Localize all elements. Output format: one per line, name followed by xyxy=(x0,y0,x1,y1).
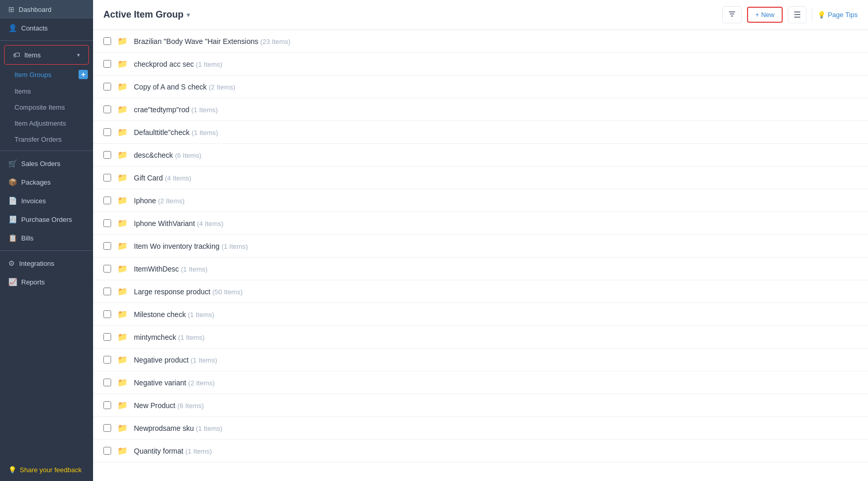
item-name[interactable]: Copy of A and S check (2 Items) xyxy=(134,83,235,91)
item-count: (1 Items) xyxy=(192,129,218,137)
sidebar-item-invoices[interactable]: 📄 Invoices xyxy=(0,191,93,210)
item-count: (50 Items) xyxy=(212,288,243,296)
item-name[interactable]: desc&check (6 Items) xyxy=(134,151,202,159)
sidebar-item-integrations[interactable]: ⚙ Integrations xyxy=(0,254,93,273)
item-checkbox[interactable] xyxy=(103,219,111,227)
item-count: (1 Items) xyxy=(191,356,217,364)
sidebar-item-purchase-orders[interactable]: 🧾 Purchase Orders xyxy=(0,210,93,229)
list-item[interactable]: 📁 Item Wo inventory tracking (1 Items) xyxy=(93,235,868,258)
item-checkbox[interactable] xyxy=(103,242,111,250)
feedback-button[interactable]: 💡 Share your feedback xyxy=(0,459,93,481)
item-name[interactable]: Newprodsame sku (1 Items) xyxy=(134,424,222,432)
item-name[interactable]: New Product (6 Items) xyxy=(134,401,204,410)
list-item[interactable]: 📁 Negative product (1 Items) xyxy=(93,349,868,371)
folder-icon: 📁 xyxy=(117,378,128,387)
item-name[interactable]: Milestone check (1 Items) xyxy=(134,310,215,319)
item-name[interactable]: Negative variant (2 Items) xyxy=(134,379,215,387)
invoices-icon: 📄 xyxy=(8,197,17,205)
item-name[interactable]: ItemWithDesc (1 Items) xyxy=(134,265,207,273)
sidebar-item-sales-orders[interactable]: 🛒 Sales Orders xyxy=(0,154,93,173)
item-checkbox[interactable] xyxy=(103,356,111,364)
item-checkbox[interactable] xyxy=(103,106,111,113)
folder-icon: 📁 xyxy=(117,150,128,160)
add-item-group-button[interactable]: + xyxy=(79,70,88,79)
folder-icon: 📁 xyxy=(117,287,128,296)
list-item[interactable]: 📁 Newprodsame sku (1 Items) xyxy=(93,417,868,440)
items-chevron-icon: ▾ xyxy=(77,52,80,58)
item-checkbox[interactable] xyxy=(103,197,111,204)
item-name[interactable]: Defaulttitle"check (1 Items) xyxy=(134,128,218,137)
folder-icon: 📁 xyxy=(117,400,128,410)
item-checkbox[interactable] xyxy=(103,310,111,318)
list-item[interactable]: 📁 Large response product (50 Items) xyxy=(93,280,868,303)
folder-icon: 📁 xyxy=(117,59,128,69)
item-count: (1 Items) xyxy=(186,447,212,455)
item-name[interactable]: Negative product (1 Items) xyxy=(134,356,217,364)
item-checkbox[interactable] xyxy=(103,128,111,136)
list-item[interactable]: 📁 Iphone (2 Items) xyxy=(93,189,868,212)
item-checkbox[interactable] xyxy=(103,151,111,159)
item-checkbox[interactable] xyxy=(103,174,111,182)
item-checkbox[interactable] xyxy=(103,83,111,91)
list-item[interactable]: 📁 ItemWithDesc (1 Items) xyxy=(93,258,868,280)
sidebar-item-packages[interactable]: 📦 Packages xyxy=(0,173,93,191)
item-checkbox[interactable] xyxy=(103,333,111,341)
item-name[interactable]: Gift Card (4 Items) xyxy=(134,174,191,182)
list-item[interactable]: 📁 mintymcheck (1 Items) xyxy=(93,326,868,349)
sidebar-item-dashboard[interactable]: ⊞ Dashboard xyxy=(0,0,93,19)
list-item[interactable]: 📁 Defaulttitle"check (1 Items) xyxy=(93,121,868,144)
item-name[interactable]: Quantity format (1 Items) xyxy=(134,447,212,455)
item-name[interactable]: Iphone WithVariant (4 Items) xyxy=(134,219,223,228)
list-item[interactable]: 📁 Copy of A and S check (2 Items) xyxy=(93,76,868,98)
sidebar-item-composite-items[interactable]: Composite Items xyxy=(0,99,93,115)
item-checkbox[interactable] xyxy=(103,265,111,273)
sidebar-item-reports[interactable]: 📈 Reports xyxy=(0,273,93,291)
list-item[interactable]: 📁 Gift Card (4 Items) xyxy=(93,167,868,189)
list-item[interactable]: 📁 Negative variant (2 Items) xyxy=(93,371,868,394)
item-name[interactable]: Brazilian "Body Wave "Hair Extensions (2… xyxy=(134,37,291,46)
item-count: (6 Items) xyxy=(175,152,201,159)
item-checkbox[interactable] xyxy=(103,379,111,386)
list-item[interactable]: 📁 New Product (6 Items) xyxy=(93,394,868,417)
packages-icon: 📦 xyxy=(8,178,17,186)
list-item[interactable]: 📁 Milestone check (1 Items) xyxy=(93,303,868,326)
sidebar-item-bills[interactable]: 📋 Bills xyxy=(0,229,93,247)
title-dropdown-icon[interactable]: ▾ xyxy=(187,11,190,19)
folder-icon: 📁 xyxy=(117,423,128,433)
page-tips-button[interactable]: 💡 Page Tips xyxy=(817,11,858,19)
item-checkbox[interactable] xyxy=(103,37,111,45)
list-item[interactable]: 📁 crae"tedtymp"rod (1 Items) xyxy=(93,98,868,121)
sidebar-item-transfer-orders[interactable]: Transfer Orders xyxy=(0,131,93,147)
item-checkbox[interactable] xyxy=(103,60,111,68)
sidebar-item-items-sub[interactable]: Items xyxy=(0,83,93,99)
list-item[interactable]: 📁 Quantity format (1 Items) xyxy=(93,440,868,462)
sidebar-item-item-adjustments[interactable]: Item Adjustments xyxy=(0,115,93,131)
item-name[interactable]: Large response product (50 Items) xyxy=(134,288,242,296)
item-checkbox[interactable] xyxy=(103,401,111,409)
sidebar-item-contacts[interactable]: 👤 Contacts xyxy=(0,19,93,37)
new-button[interactable]: + New xyxy=(747,7,783,23)
list-item[interactable]: 📁 desc&check (6 Items) xyxy=(93,144,868,167)
item-name[interactable]: mintymcheck (1 Items) xyxy=(134,333,205,341)
main-content: Active Item Group ▾ + New ☰ 💡 Page Tips xyxy=(93,0,868,481)
folder-icon: 📁 xyxy=(117,355,128,365)
filter-button[interactable] xyxy=(722,6,742,23)
item-name[interactable]: Item Wo inventory tracking (1 Items) xyxy=(134,242,248,250)
item-checkbox[interactable] xyxy=(103,424,111,432)
menu-button[interactable]: ☰ xyxy=(788,6,806,23)
item-name[interactable]: Iphone (2 Items) xyxy=(134,197,185,205)
list-item[interactable]: 📁 Brazilian "Body Wave "Hair Extensions … xyxy=(93,30,868,53)
list-item[interactable]: 📁 checkprod acc sec (1 Items) xyxy=(93,53,868,76)
divider xyxy=(0,40,93,41)
list-item[interactable]: 📁 Iphone WithVariant (4 Items) xyxy=(93,212,868,235)
folder-icon: 📁 xyxy=(117,196,128,205)
sidebar-item-item-groups[interactable]: Item Groups + xyxy=(0,66,93,83)
item-count: (4 Items) xyxy=(165,174,191,182)
lightbulb-icon: 💡 xyxy=(817,11,826,19)
sidebar-item-items[interactable]: 🏷 Items ▾ xyxy=(4,45,89,65)
page-header: Active Item Group ▾ + New ☰ 💡 Page Tips xyxy=(93,0,868,30)
item-name[interactable]: crae"tedtymp"rod (1 Items) xyxy=(134,106,218,114)
item-name[interactable]: checkprod acc sec (1 Items) xyxy=(134,60,222,68)
item-checkbox[interactable] xyxy=(103,447,111,455)
item-checkbox[interactable] xyxy=(103,288,111,295)
